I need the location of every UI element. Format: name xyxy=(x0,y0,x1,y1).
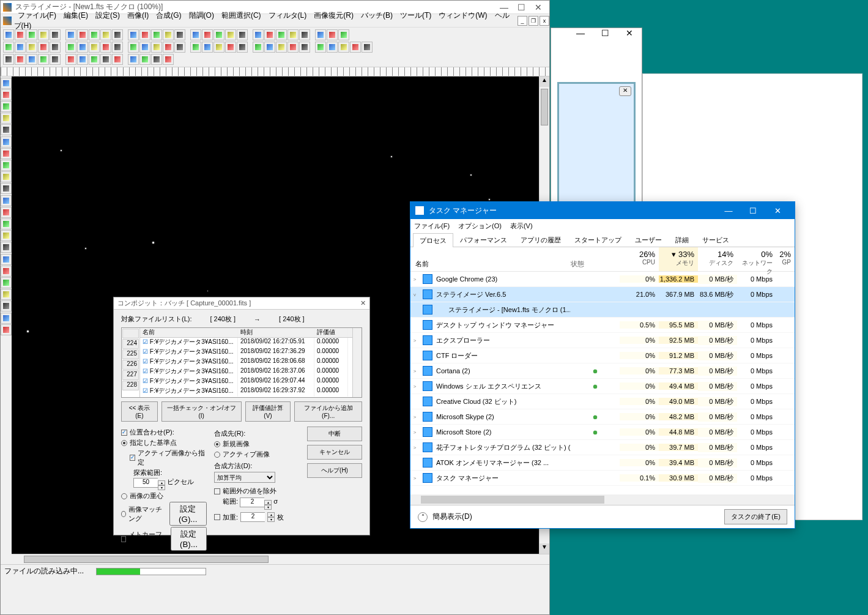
toolbar-button[interactable] xyxy=(213,29,224,40)
toolbar-button[interactable] xyxy=(26,29,37,40)
range-input[interactable]: 2 xyxy=(240,498,264,507)
menu-item[interactable]: 画像(I) xyxy=(124,11,152,20)
align-ref-radio[interactable]: 指定した基準点 xyxy=(121,438,207,447)
toolbar-button[interactable] xyxy=(112,42,123,53)
col-name[interactable]: 名前 xyxy=(140,328,238,337)
toolbar-button[interactable] xyxy=(264,29,275,40)
cancel-button[interactable]: キャンセル xyxy=(307,445,362,460)
toolbar-button[interactable] xyxy=(151,54,162,65)
toolbar-button[interactable] xyxy=(225,29,236,40)
toolbar-button[interactable] xyxy=(128,29,139,40)
menu-item[interactable]: 設定(S) xyxy=(92,11,124,20)
dest-new-radio[interactable]: 新規画像 xyxy=(214,439,300,449)
toolbar-button[interactable] xyxy=(3,42,14,53)
toolbar-button[interactable] xyxy=(89,42,100,53)
collapse-icon[interactable]: ˄ xyxy=(418,512,428,522)
toolbar-button[interactable] xyxy=(139,42,150,53)
search-range-input[interactable]: 50 xyxy=(133,478,158,488)
mdi-minimize-icon[interactable]: _ xyxy=(517,16,527,26)
abort-button[interactable]: 中断 xyxy=(307,427,362,441)
toolbar-button[interactable] xyxy=(77,54,88,65)
toolbar-button[interactable] xyxy=(190,29,201,40)
close-icon[interactable]: ✕ xyxy=(360,299,366,307)
toolbar-button[interactable] xyxy=(3,54,14,65)
mdi-close-icon[interactable]: x xyxy=(540,16,549,26)
toolbar-button[interactable] xyxy=(128,42,139,53)
file-row[interactable]: F:¥デジカメデータ3¥ASI160...2018/09/02 16:29:37… xyxy=(140,387,352,397)
setting-b-button[interactable]: 設定(B)... xyxy=(171,527,207,551)
toolbar-button[interactable] xyxy=(315,29,326,40)
eval-calc-button[interactable]: 評価値計算(V) xyxy=(245,401,291,422)
title-bar[interactable]: タスク マネージャー — ☐ ✕ xyxy=(410,202,795,219)
toolbar-button[interactable] xyxy=(174,29,185,40)
expand-icon[interactable]: > xyxy=(410,338,419,343)
toolbar-button[interactable] xyxy=(1,324,12,335)
toolbar-button[interactable] xyxy=(1,254,12,265)
mdi-restore-icon[interactable]: ❐ xyxy=(529,16,538,26)
toolbar-button[interactable] xyxy=(38,54,49,65)
menu-item[interactable]: 画像復元(R) xyxy=(310,11,357,20)
close-icon[interactable]: ✕ xyxy=(530,2,547,12)
simple-view-link[interactable]: 簡易表示(D) xyxy=(432,512,472,522)
weight-input[interactable]: 2 xyxy=(240,512,265,522)
toolbar-button[interactable] xyxy=(1,277,12,288)
add-from-file-button[interactable]: ファイルから追加(F)... xyxy=(294,401,362,422)
toolbar-button[interactable] xyxy=(128,54,139,65)
process-row[interactable]: ATOK オンメモリマネージャー (32 ... 0% 39.4 MB 0 MB… xyxy=(410,455,795,471)
toolbar-button[interactable] xyxy=(174,42,185,53)
col-name[interactable]: 名前 xyxy=(410,247,571,271)
toolbar-button[interactable] xyxy=(15,54,26,65)
process-list[interactable]: > Google Chrome (23) 0% 1,336.2 MB 0 MB/… xyxy=(410,272,795,494)
toolbar-button[interactable] xyxy=(163,29,174,40)
toolbar-button[interactable] xyxy=(77,42,88,53)
file-row[interactable]: F:¥デジカメデータ3¥ASI160...2018/09/02 16:29:07… xyxy=(140,377,352,387)
toolbar-button[interactable] xyxy=(299,29,310,40)
process-row[interactable]: > タスク マネージャー 0.1% 30.9 MB 0 MB/秒 0 Mbps xyxy=(410,471,795,486)
col-memory[interactable]: ▾ 33%メモリ xyxy=(659,247,698,271)
weight-checkbox[interactable]: 加重: 2▴▾ 枚 xyxy=(214,512,300,522)
toolbar-button[interactable] xyxy=(50,29,61,40)
toolbar-button[interactable] xyxy=(1,289,12,300)
toolbar-button[interactable] xyxy=(1,136,12,147)
file-row[interactable]: F:¥デジカメデータ3¥ASI160...2018/09/02 16:28:06… xyxy=(140,357,352,367)
centroid-radio[interactable]: 画像の重心 xyxy=(121,491,207,501)
toolbar-button[interactable] xyxy=(202,29,213,40)
dest-active-radio[interactable]: アクティブ画像 xyxy=(214,450,300,459)
toolbar-button[interactable] xyxy=(100,42,111,53)
col-gpu[interactable]: 2%GP xyxy=(776,247,795,271)
menu-item[interactable]: 表示(V) xyxy=(510,222,533,231)
toolbar-button[interactable] xyxy=(50,42,61,53)
col-time[interactable]: 時刻 xyxy=(238,328,314,337)
toolbar-button[interactable] xyxy=(112,29,123,40)
file-row[interactable]: F:¥デジカメデータ3¥ASI160...2018/09/02 16:28:37… xyxy=(140,367,352,377)
tab-4[interactable]: ユーザー xyxy=(628,233,669,247)
toolbar-button[interactable] xyxy=(50,54,61,65)
toolbar-button[interactable] xyxy=(65,54,76,65)
help-button[interactable]: ヘルプ(H) xyxy=(307,463,362,478)
process-row[interactable]: v ステライメージ Ver.6.5 21.0% 367.9 MB 83.6 MB… xyxy=(410,287,795,302)
tab-1[interactable]: パフォーマンス xyxy=(453,233,514,247)
toolbar-button[interactable] xyxy=(1,113,12,124)
check-toggle-button[interactable]: 一括チェック・オン/オフ(I) xyxy=(161,401,242,422)
tab-5[interactable]: 詳細 xyxy=(669,233,696,247)
matching-radio[interactable]: 画像マッチング 設定(G)... xyxy=(121,502,207,526)
menu-item[interactable]: 合成(G) xyxy=(152,11,185,20)
expand-icon[interactable]: > xyxy=(410,368,419,374)
tab-3[interactable]: スタートアップ xyxy=(568,233,628,247)
tab-6[interactable]: サービス xyxy=(696,233,736,247)
toolbar-button[interactable] xyxy=(264,42,275,53)
toolbar-button[interactable] xyxy=(1,124,12,135)
toolbar-button[interactable] xyxy=(1,160,12,171)
toolbar-button[interactable] xyxy=(1,78,12,89)
col-eval[interactable]: 評価値 xyxy=(314,328,348,337)
align-active-checkbox[interactable]: アクティブ画像から指定 xyxy=(130,449,207,467)
toolbar-button[interactable] xyxy=(327,42,338,53)
metcalf-checkbox[interactable]: メトカーフ法(M) 設定(B)... xyxy=(121,527,207,551)
toolbar-button[interactable] xyxy=(237,42,248,53)
menu-item[interactable]: 編集(E) xyxy=(60,11,92,20)
toolbar-button[interactable] xyxy=(338,29,349,40)
toolbar-button[interactable] xyxy=(253,42,264,53)
toolbar-button[interactable] xyxy=(15,42,26,53)
toolbar-button[interactable] xyxy=(163,42,174,53)
close-icon[interactable]: ✕ xyxy=(619,86,631,96)
